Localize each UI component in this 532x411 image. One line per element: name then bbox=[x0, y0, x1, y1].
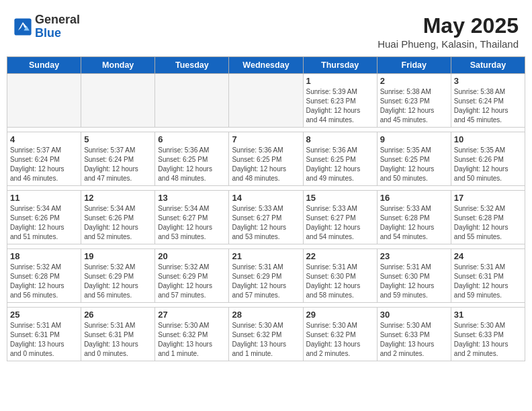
day-info: Sunrise: 5:34 AM Sunset: 6:26 PM Dayligh… bbox=[84, 204, 152, 242]
day-info: Sunrise: 5:31 AM Sunset: 6:30 PM Dayligh… bbox=[306, 263, 374, 300]
day-number: 10 bbox=[454, 134, 522, 144]
calendar-day-cell bbox=[81, 74, 155, 128]
calendar-day-cell: 31Sunrise: 5:30 AM Sunset: 6:33 PM Dayli… bbox=[451, 308, 525, 361]
logo-general-text: General bbox=[35, 13, 80, 27]
day-number: 2 bbox=[380, 76, 448, 86]
day-number: 5 bbox=[84, 134, 152, 144]
day-number: 26 bbox=[84, 310, 152, 320]
day-number: 28 bbox=[232, 310, 300, 320]
day-of-week-header: Wednesday bbox=[229, 57, 303, 74]
day-info: Sunrise: 5:33 AM Sunset: 6:27 PM Dayligh… bbox=[306, 204, 374, 242]
day-number: 13 bbox=[158, 193, 226, 203]
location-title: Huai Phueng, Kalasin, Thailand bbox=[378, 38, 519, 50]
logo-blue-text: Blue bbox=[35, 27, 80, 40]
calendar-day-cell: 27Sunrise: 5:30 AM Sunset: 6:32 PM Dayli… bbox=[155, 308, 229, 361]
day-number: 6 bbox=[158, 134, 226, 144]
day-info: Sunrise: 5:33 AM Sunset: 6:28 PM Dayligh… bbox=[380, 204, 448, 242]
logo-icon bbox=[13, 17, 32, 36]
day-number: 25 bbox=[10, 310, 78, 320]
day-info: Sunrise: 5:38 AM Sunset: 6:23 PM Dayligh… bbox=[380, 87, 448, 125]
calendar-week-row: 11Sunrise: 5:34 AM Sunset: 6:26 PM Dayli… bbox=[7, 191, 525, 244]
calendar-day-cell: 17Sunrise: 5:32 AM Sunset: 6:28 PM Dayli… bbox=[451, 191, 525, 244]
calendar-day-cell: 9Sunrise: 5:35 AM Sunset: 6:25 PM Daylig… bbox=[377, 132, 451, 186]
day-info: Sunrise: 5:31 AM Sunset: 6:31 PM Dayligh… bbox=[10, 321, 78, 359]
calendar-day-cell: 24Sunrise: 5:31 AM Sunset: 6:31 PM Dayli… bbox=[451, 249, 525, 303]
day-info: Sunrise: 5:36 AM Sunset: 6:25 PM Dayligh… bbox=[306, 146, 374, 183]
day-info: Sunrise: 5:31 AM Sunset: 6:31 PM Dayligh… bbox=[454, 263, 522, 300]
day-number: 16 bbox=[380, 193, 448, 203]
calendar-day-cell: 21Sunrise: 5:31 AM Sunset: 6:29 PM Dayli… bbox=[229, 249, 303, 303]
day-number: 9 bbox=[380, 134, 448, 144]
calendar-day-cell: 2Sunrise: 5:38 AM Sunset: 6:23 PM Daylig… bbox=[377, 74, 451, 128]
calendar-day-cell: 29Sunrise: 5:30 AM Sunset: 6:32 PM Dayli… bbox=[303, 308, 377, 361]
day-info: Sunrise: 5:32 AM Sunset: 6:29 PM Dayligh… bbox=[84, 263, 152, 300]
day-number: 29 bbox=[306, 310, 374, 320]
page-header: General Blue May 2025 Huai Phueng, Kalas… bbox=[7, 7, 525, 53]
day-info: Sunrise: 5:34 AM Sunset: 6:27 PM Dayligh… bbox=[158, 204, 226, 242]
day-number: 3 bbox=[454, 76, 522, 86]
calendar-header-row: SundayMondayTuesdayWednesdayThursdayFrid… bbox=[7, 57, 525, 74]
week-spacer-row bbox=[7, 244, 525, 249]
title-block: May 2025 Huai Phueng, Kalasin, Thailand bbox=[378, 13, 519, 50]
calendar-day-cell: 3Sunrise: 5:38 AM Sunset: 6:24 PM Daylig… bbox=[451, 74, 525, 128]
calendar-day-cell: 25Sunrise: 5:31 AM Sunset: 6:31 PM Dayli… bbox=[7, 308, 81, 361]
day-number: 31 bbox=[454, 310, 522, 320]
calendar-day-cell: 28Sunrise: 5:30 AM Sunset: 6:32 PM Dayli… bbox=[229, 308, 303, 361]
day-info: Sunrise: 5:36 AM Sunset: 6:25 PM Dayligh… bbox=[158, 146, 226, 183]
day-number: 22 bbox=[306, 251, 374, 261]
week-spacer-cell bbox=[7, 244, 525, 249]
day-number: 24 bbox=[454, 251, 522, 261]
week-spacer-row bbox=[7, 128, 525, 132]
month-title: May 2025 bbox=[378, 13, 519, 38]
calendar-day-cell: 12Sunrise: 5:34 AM Sunset: 6:26 PM Dayli… bbox=[81, 191, 155, 244]
calendar-day-cell: 6Sunrise: 5:36 AM Sunset: 6:25 PM Daylig… bbox=[155, 132, 229, 186]
calendar-day-cell: 7Sunrise: 5:36 AM Sunset: 6:25 PM Daylig… bbox=[229, 132, 303, 186]
calendar-day-cell: 20Sunrise: 5:32 AM Sunset: 6:29 PM Dayli… bbox=[155, 249, 229, 303]
day-of-week-header: Thursday bbox=[303, 57, 377, 74]
day-info: Sunrise: 5:36 AM Sunset: 6:25 PM Dayligh… bbox=[232, 146, 300, 183]
calendar-day-cell: 30Sunrise: 5:30 AM Sunset: 6:33 PM Dayli… bbox=[377, 308, 451, 361]
calendar-day-cell: 11Sunrise: 5:34 AM Sunset: 6:26 PM Dayli… bbox=[7, 191, 81, 244]
logo: General Blue bbox=[13, 13, 80, 40]
day-number: 18 bbox=[10, 251, 78, 261]
calendar-day-cell bbox=[155, 74, 229, 128]
week-spacer-cell bbox=[7, 128, 525, 132]
week-spacer-row bbox=[7, 303, 525, 308]
calendar-day-cell: 16Sunrise: 5:33 AM Sunset: 6:28 PM Dayli… bbox=[377, 191, 451, 244]
day-info: Sunrise: 5:32 AM Sunset: 6:29 PM Dayligh… bbox=[158, 263, 226, 300]
day-info: Sunrise: 5:30 AM Sunset: 6:33 PM Dayligh… bbox=[454, 321, 522, 359]
calendar-day-cell: 22Sunrise: 5:31 AM Sunset: 6:30 PM Dayli… bbox=[303, 249, 377, 303]
calendar-week-row: 25Sunrise: 5:31 AM Sunset: 6:31 PM Dayli… bbox=[7, 308, 525, 361]
calendar-week-row: 1Sunrise: 5:39 AM Sunset: 6:23 PM Daylig… bbox=[7, 74, 525, 128]
week-spacer-cell bbox=[7, 186, 525, 191]
day-number: 1 bbox=[306, 76, 374, 86]
day-info: Sunrise: 5:39 AM Sunset: 6:23 PM Dayligh… bbox=[306, 87, 374, 125]
day-number: 17 bbox=[454, 193, 522, 203]
svg-rect-0 bbox=[14, 18, 31, 35]
day-number: 15 bbox=[306, 193, 374, 203]
calendar-table: SundayMondayTuesdayWednesdayThursdayFrid… bbox=[7, 56, 525, 361]
day-info: Sunrise: 5:30 AM Sunset: 6:33 PM Dayligh… bbox=[380, 321, 448, 359]
week-spacer-row bbox=[7, 186, 525, 191]
day-info: Sunrise: 5:32 AM Sunset: 6:28 PM Dayligh… bbox=[454, 204, 522, 242]
day-number: 23 bbox=[380, 251, 448, 261]
day-info: Sunrise: 5:35 AM Sunset: 6:25 PM Dayligh… bbox=[380, 146, 448, 183]
calendar-day-cell: 1Sunrise: 5:39 AM Sunset: 6:23 PM Daylig… bbox=[303, 74, 377, 128]
day-number: 14 bbox=[232, 193, 300, 203]
day-number: 8 bbox=[306, 134, 374, 144]
calendar-day-cell: 4Sunrise: 5:37 AM Sunset: 6:24 PM Daylig… bbox=[7, 132, 81, 186]
calendar-day-cell: 13Sunrise: 5:34 AM Sunset: 6:27 PM Dayli… bbox=[155, 191, 229, 244]
day-info: Sunrise: 5:35 AM Sunset: 6:26 PM Dayligh… bbox=[454, 146, 522, 183]
calendar-day-cell: 14Sunrise: 5:33 AM Sunset: 6:27 PM Dayli… bbox=[229, 191, 303, 244]
day-info: Sunrise: 5:33 AM Sunset: 6:27 PM Dayligh… bbox=[232, 204, 300, 242]
calendar-week-row: 18Sunrise: 5:32 AM Sunset: 6:28 PM Dayli… bbox=[7, 249, 525, 303]
calendar-day-cell bbox=[229, 74, 303, 128]
calendar-day-cell: 18Sunrise: 5:32 AM Sunset: 6:28 PM Dayli… bbox=[7, 249, 81, 303]
day-number: 11 bbox=[10, 193, 78, 203]
day-of-week-header: Monday bbox=[81, 57, 155, 74]
calendar-day-cell: 8Sunrise: 5:36 AM Sunset: 6:25 PM Daylig… bbox=[303, 132, 377, 186]
day-number: 30 bbox=[380, 310, 448, 320]
calendar-day-cell: 5Sunrise: 5:37 AM Sunset: 6:24 PM Daylig… bbox=[81, 132, 155, 186]
calendar-day-cell: 26Sunrise: 5:31 AM Sunset: 6:31 PM Dayli… bbox=[81, 308, 155, 361]
day-number: 12 bbox=[84, 193, 152, 203]
